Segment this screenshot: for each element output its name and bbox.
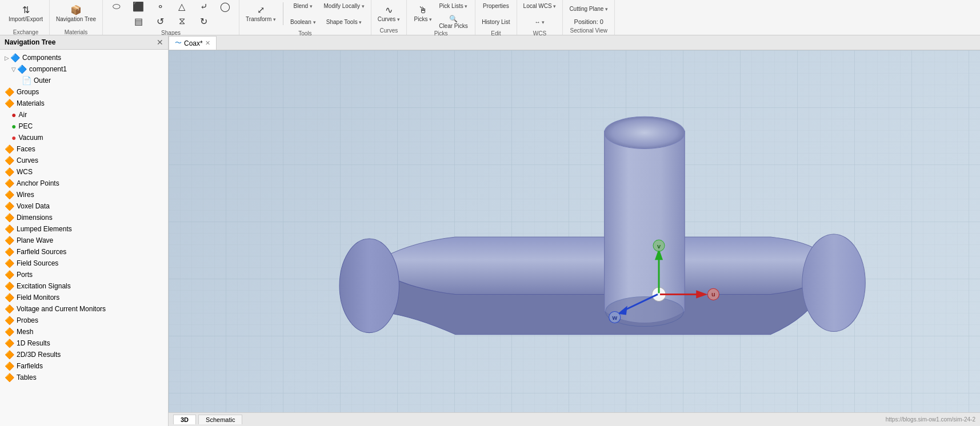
- tree-item-anchor-points[interactable]: 🔶 Anchor Points: [0, 178, 168, 189]
- cutting-plane-label: Cutting Plane ▾: [569, 6, 608, 12]
- shapes-row1: ⬭ ⬛ ⚬ △ ⤶ ◯: [106, 0, 235, 14]
- material-library-button[interactable]: 📦 Navigation Tree: [53, 0, 99, 28]
- faces-icon: 🔶: [5, 144, 14, 154]
- tree-item-tables[interactable]: 🔶 Tables: [0, 372, 168, 383]
- tree-item-curves[interactable]: 🔶 Curves: [0, 155, 168, 166]
- local-wcs-button[interactable]: Local WCS ▾: [521, 0, 559, 13]
- tree-container[interactable]: ▷ 🔷 Components ▽ 🔷 component1 📄 Outer 🔶 …: [0, 50, 168, 426]
- tree-item-voltage-current[interactable]: 🔶 Voltage and Current Monitors: [0, 303, 168, 315]
- transform-button[interactable]: ⤢ Transform ▾: [243, 0, 279, 28]
- component1-label: component1: [29, 65, 67, 73]
- tree-item-air[interactable]: ● Air: [0, 109, 168, 120]
- svg-text:w: w: [611, 314, 617, 321]
- anchor-points-label: Anchor Points: [17, 179, 59, 187]
- blend-button[interactable]: Blend ▾: [287, 0, 318, 13]
- shape-rotate-button[interactable]: ↺: [150, 14, 170, 29]
- tree-item-groups[interactable]: 🔶 Groups: [0, 86, 168, 98]
- curves-button[interactable]: ∿ Curves ▾: [375, 1, 403, 26]
- tab-coax[interactable]: 〜 Coax* ✕: [169, 36, 217, 50]
- field-sources-icon: 🔶: [5, 259, 14, 268]
- plane-wave-label: Plane Wave: [17, 236, 53, 244]
- picks-sub: Pick Lists ▾ 🔍 Clear Picks: [436, 0, 471, 29]
- curves-tree-label: Curves: [17, 156, 38, 164]
- toolbar-group-materials: 📦 Navigation Tree Materials: [50, 0, 103, 35]
- ports-label: Ports: [17, 271, 33, 279]
- components-icon: 🔷: [10, 53, 20, 62]
- outer-icon: 📄: [22, 76, 31, 85]
- tools-row1: ⤢ Transform ▾ Blend ▾ Boolean ▾ Modify L…: [243, 0, 367, 29]
- tree-item-wires[interactable]: 🔶 Wires: [0, 189, 168, 200]
- tree-item-vacuum[interactable]: ● Vacuum: [0, 132, 168, 143]
- picks-button[interactable]: 🖱 Picks ▾: [411, 0, 435, 28]
- history-list-button[interactable]: History List: [479, 14, 513, 29]
- toolbar-group-exchange: ⇅ Import/Export Exchange: [2, 0, 50, 35]
- cutting-plane-button[interactable]: Cutting Plane ▾: [566, 1, 611, 16]
- pick-lists-button[interactable]: Pick Lists ▾: [436, 0, 471, 13]
- tab-coax-close[interactable]: ✕: [205, 39, 210, 47]
- tree-item-faces[interactable]: 🔶 Faces: [0, 143, 168, 155]
- viewport-canvas[interactable]: v u w: [169, 50, 980, 412]
- shape-tools-button[interactable]: Shape Tools ▾: [321, 14, 367, 29]
- shape-loft-button[interactable]: ⧖: [171, 14, 192, 29]
- tree-item-excitation[interactable]: 🔶 Excitation Signals: [0, 280, 168, 292]
- materials-icon: 🔶: [5, 99, 14, 108]
- farfield-sources-icon: 🔶: [5, 247, 14, 256]
- farfields-icon: 🔶: [5, 361, 14, 371]
- clear-picks-button[interactable]: 🔍 Clear Picks: [436, 14, 471, 29]
- shape-extrude-button[interactable]: ▤: [128, 14, 149, 29]
- bottom-tab-3d-label: 3D: [181, 416, 189, 423]
- properties-button[interactable]: Properties: [480, 0, 512, 13]
- modify-locally-button[interactable]: Modify Locally ▾: [321, 0, 367, 13]
- tree-item-component1[interactable]: ▽ 🔷 component1: [0, 63, 168, 75]
- tree-item-1d-results[interactable]: 🔶 1D Results: [0, 337, 168, 349]
- tree-item-2d3d-results[interactable]: 🔶 2D/3D Results: [0, 349, 168, 360]
- tables-label: Tables: [17, 373, 37, 381]
- shape-sphere-button[interactable]: ⚬: [150, 0, 170, 14]
- tree-item-components[interactable]: ▷ 🔷 Components: [0, 52, 168, 63]
- wcs-align-button[interactable]: ↔ ▾: [529, 14, 550, 29]
- local-wcs-label: Local WCS ▾: [523, 3, 557, 9]
- air-icon: ●: [11, 110, 16, 119]
- tree-item-materials[interactable]: 🔶 Materials: [0, 98, 168, 109]
- expand-components: ▷: [5, 55, 9, 61]
- left-panel-header: Navigation Tree ✕: [0, 35, 168, 50]
- shape-torus-button[interactable]: ◯: [215, 0, 235, 14]
- plane-wave-icon: 🔶: [5, 236, 14, 245]
- close-panel-button[interactable]: ✕: [157, 38, 163, 47]
- tree-item-dimensions[interactable]: 🔶 Dimensions: [0, 212, 168, 223]
- tree-item-pec[interactable]: ● PEC: [0, 120, 168, 132]
- faces-label: Faces: [17, 145, 35, 153]
- outer-label: Outer: [34, 77, 51, 85]
- wcs-tree-label: WCS: [17, 168, 33, 176]
- tree-item-farfield-sources[interactable]: 🔶 Farfield Sources: [0, 246, 168, 258]
- voxel-label: Voxel Data: [17, 202, 50, 210]
- tree-item-mesh[interactable]: 🔶 Mesh: [0, 326, 168, 337]
- tree-item-outer[interactable]: 📄 Outer: [0, 75, 168, 86]
- materials-label: Materials: [17, 99, 45, 107]
- toolbar-group-curves: ∿ Curves ▾ Curves: [371, 0, 407, 35]
- shape-box-button[interactable]: ⬛: [128, 0, 149, 14]
- tree-item-lumped[interactable]: 🔶 Lumped Elements: [0, 223, 168, 235]
- bottom-tab-schematic[interactable]: Schematic: [198, 415, 242, 424]
- tree-item-plane-wave[interactable]: 🔶 Plane Wave: [0, 235, 168, 246]
- tree-item-voxel[interactable]: 🔶 Voxel Data: [0, 200, 168, 212]
- shape-cylinder-button[interactable]: ⬭: [106, 0, 127, 14]
- shape-arrow1-button[interactable]: ⤶: [193, 0, 214, 14]
- boolean-button[interactable]: Boolean ▾: [287, 14, 318, 29]
- tree-item-field-monitors[interactable]: 🔶 Field Monitors: [0, 292, 168, 303]
- tree-item-farfields[interactable]: 🔶 Farfields: [0, 360, 168, 372]
- curves-group-label: Curves: [380, 27, 398, 34]
- tree-item-field-sources[interactable]: 🔶 Field Sources: [0, 258, 168, 269]
- shape-coil-button[interactable]: ↻: [193, 14, 214, 29]
- tree-item-ports[interactable]: 🔶 Ports: [0, 269, 168, 280]
- tree-item-wcs[interactable]: 🔶 WCS: [0, 166, 168, 178]
- import-export-button[interactable]: ⇅ Import/Export: [6, 0, 46, 28]
- dimensions-label: Dimensions: [17, 214, 53, 222]
- bottom-tab-3d[interactable]: 3D: [173, 415, 196, 424]
- tree-item-probes[interactable]: 🔶 Probes: [0, 315, 168, 326]
- tools-sub-col2: Modify Locally ▾ Shape Tools ▾: [321, 0, 367, 29]
- shape-cone-button[interactable]: △: [171, 0, 192, 14]
- lumped-label: Lumped Elements: [17, 225, 72, 233]
- excitation-label: Excitation Signals: [17, 282, 71, 290]
- materials-group-label: Materials: [65, 29, 88, 35]
